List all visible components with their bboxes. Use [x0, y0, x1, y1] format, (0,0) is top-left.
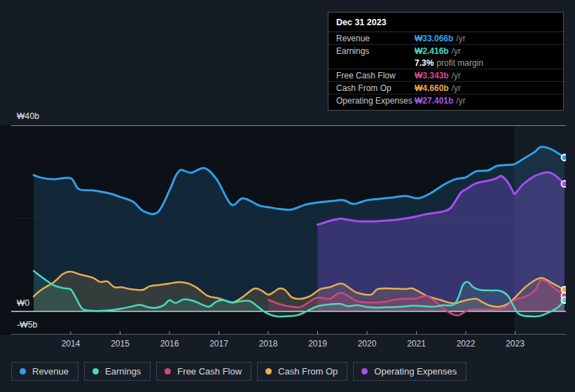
free-cash-flow-legend-dot-icon: [165, 368, 171, 374]
tooltip-date: Dec 31 2023: [328, 13, 563, 32]
cash-from-op-legend-dot-icon: [265, 368, 272, 374]
tooltip-row-cash-from-op: Cash From Op ₩4.660b /yr: [328, 82, 563, 94]
y-axis-label-40b: ₩40b: [17, 111, 39, 121]
x-tick: [219, 331, 219, 335]
legend-label: Free Cash Flow: [177, 366, 242, 377]
legend-label: Earnings: [105, 366, 141, 377]
x-axis-label-2014: 2014: [55, 339, 86, 349]
x-tick: [120, 331, 120, 335]
x-axis-label-2016: 2016: [154, 339, 185, 349]
operating-expenses-value: ₩27.401b: [415, 96, 453, 106]
x-tick: [466, 331, 466, 335]
profit-margin: 7.3%profit margin: [415, 58, 483, 68]
x-axis-label-2020: 2020: [352, 339, 382, 349]
x-tick: [515, 331, 515, 335]
revenue-value: ₩33.066b: [415, 34, 453, 43]
x-tick: [317, 331, 318, 335]
legend-item-operating-expenses[interactable]: Operating Expenses: [353, 362, 466, 381]
x-axis-label-2023: 2023: [500, 339, 531, 349]
x-axis-label-2018: 2018: [253, 339, 284, 349]
x-tick: [71, 331, 71, 335]
legend-item-revenue[interactable]: Revenue: [11, 362, 78, 381]
tooltip-row-revenue: Revenue ₩33.066b /yr: [328, 32, 563, 45]
highlight-band: [515, 125, 567, 335]
x-tick: [367, 331, 368, 335]
x-axis-label-2015: 2015: [105, 339, 136, 349]
tooltip-row-profit-margin: 7.3%profit margin: [328, 57, 563, 69]
y-axis-label-0: ₩0: [17, 298, 29, 308]
chart-plot-area[interactable]: [0, 125, 566, 335]
tooltip-row-earnings: Earnings ₩2.416b /yr: [328, 45, 563, 57]
revenue-legend-dot-icon: [20, 368, 26, 374]
free-cash-flow-value: ₩3.343b: [415, 71, 449, 80]
data-tooltip: Dec 31 2023 Revenue ₩33.066b /yr Earning…: [328, 12, 564, 111]
y-axis-label-neg5b: -₩5b: [17, 320, 37, 330]
x-axis-label-2019: 2019: [303, 339, 333, 349]
tooltip-row-free-cash-flow: Free Cash Flow ₩3.343b /yr: [328, 69, 563, 82]
x-axis-label-2022: 2022: [450, 339, 481, 349]
earnings-value: ₩2.416b: [415, 46, 449, 56]
tooltip-row-operating-expenses: Operating Expenses ₩27.401b /yr: [328, 94, 563, 106]
x-axis-label-2021: 2021: [401, 339, 432, 349]
earnings-end-dot[interactable]: [562, 297, 567, 303]
page: { "tooltip": { "date": "Dec 31 2023", "r…: [0, 0, 575, 392]
x-tick: [169, 331, 170, 335]
earnings-legend-dot-icon: [92, 368, 99, 374]
chart-legend: RevenueEarningsFree Cash FlowCash From O…: [11, 362, 466, 381]
legend-label: Revenue: [32, 366, 69, 377]
legend-item-free-cash-flow[interactable]: Free Cash Flow: [156, 362, 251, 381]
operating-expenses-legend-dot-icon: [361, 368, 368, 374]
chart-canvas[interactable]: [0, 125, 566, 335]
revenue-end-dot[interactable]: [562, 155, 567, 161]
legend-label: Cash From Op: [278, 366, 338, 377]
legend-label: Operating Expenses: [374, 366, 457, 377]
x-axis-label-2017: 2017: [204, 339, 235, 349]
operating-expenses-end-dot[interactable]: [562, 181, 567, 187]
legend-item-cash-from-op[interactable]: Cash From Op: [257, 362, 347, 381]
cash-from-op-end-dot[interactable]: [562, 286, 567, 293]
cash-from-op-value: ₩4.660b: [415, 83, 449, 93]
x-tick: [416, 331, 417, 335]
x-tick: [268, 331, 269, 335]
x-axis: 2014201520162017201820192020202120222023: [0, 337, 566, 350]
legend-item-earnings[interactable]: Earnings: [84, 362, 151, 381]
